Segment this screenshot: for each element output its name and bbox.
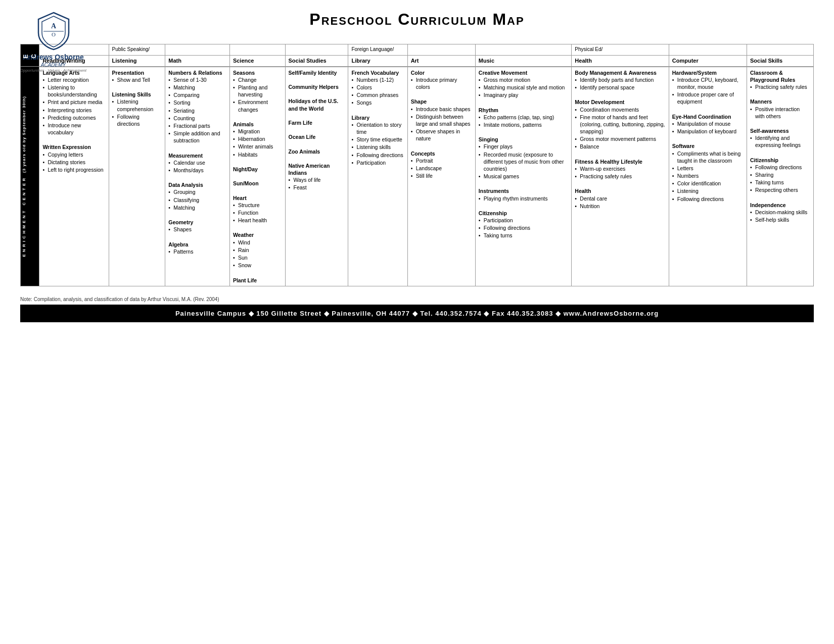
list-item: Sun — [233, 254, 282, 261]
list-item: Comparing — [168, 91, 226, 98]
list-item: Calendar use — [168, 159, 226, 166]
social-super — [285, 44, 348, 56]
geometry-title: Geometry — [168, 219, 193, 225]
health-title: Health — [575, 188, 591, 194]
school-logo-icon: A O — [36, 10, 71, 51]
list-item: Introduce primary colors — [411, 76, 472, 90]
list-item: Environment changes — [233, 98, 282, 113]
library-items: Orientation to story time Story time eti… — [351, 121, 404, 166]
list-item: Gross motor movement patterns — [575, 135, 665, 142]
sunmoon-title: Sun/Moon — [233, 180, 259, 186]
computer-content: Hardware/System Introduce CPU, keyboard,… — [669, 67, 747, 286]
computer-header: Computer — [669, 55, 747, 66]
manners-title: Manners — [750, 98, 772, 105]
list-item: Warm-up exercises — [575, 165, 665, 172]
list-item: Matching — [168, 204, 226, 211]
school-name-line2: ACADEMY — [20, 62, 86, 68]
list-item: Colors — [351, 84, 404, 91]
list-item: Taking turns — [750, 179, 810, 186]
self-awareness-title: Self-awareness — [750, 128, 789, 134]
heart-title: Heart — [233, 195, 247, 201]
list-item: Patterns — [168, 248, 226, 255]
list-item: Gross motor motion — [479, 76, 568, 83]
list-item: Color identification — [672, 180, 744, 187]
list-item: Interpreting stories — [42, 107, 105, 114]
list-item: Practicing safety rules — [575, 173, 665, 180]
math-super — [165, 44, 230, 56]
classroom-rules-title: Classroom & Playground Rules — [750, 70, 795, 83]
list-item: Planting and harvesting — [233, 84, 282, 98]
list-item: Orientation to story time — [351, 121, 404, 135]
reading-items: Letter recognition Listening to books/un… — [42, 76, 105, 136]
science-super — [229, 44, 285, 56]
list-item: Habitats — [233, 151, 282, 158]
list-item: Dental care — [575, 195, 665, 202]
math-title: Numbers & Relations — [168, 70, 222, 76]
manners-items: Positive interaction with others — [750, 106, 810, 120]
music-header: Music — [475, 55, 571, 66]
data-analysis-items: Grouping Classifying Matching — [168, 188, 226, 211]
list-item: Still life — [411, 172, 472, 179]
list-item: Introduce CPU, keyboard, monitor, mouse — [672, 76, 744, 90]
list-item: Counting — [168, 115, 226, 122]
list-item: Following directions — [112, 113, 162, 127]
list-item: Listening — [672, 187, 744, 194]
list-item: Portrait — [411, 157, 472, 164]
eye-hand-title: Eye-Hand Coordination — [672, 114, 731, 120]
list-item: Wind — [233, 239, 282, 246]
list-item: Numbers — [672, 172, 744, 179]
list-item: Grouping — [168, 188, 226, 195]
music-content: Creative Movement Gross motor motion Mat… — [475, 67, 571, 286]
body-items: Identify body parts and function Identif… — [575, 76, 665, 91]
list-item: Introduce proper care of equipment — [672, 91, 744, 105]
list-item: Shapes — [168, 226, 226, 233]
list-item: Letter recognition — [42, 76, 105, 83]
list-item: Simple addition and subtraction — [168, 130, 226, 144]
list-item: Sense of 1-30 — [168, 76, 226, 83]
listening-header: Listening — [109, 55, 165, 66]
social-content: Self/Family Identity Community Helpers H… — [285, 67, 348, 286]
presentation-title: Presentation — [112, 70, 145, 76]
list-item: Nutrition — [575, 203, 665, 210]
foreign-content: French Vocabulary Numbers (1-12) Colors … — [348, 67, 407, 286]
list-item: Predicting outcomes — [42, 114, 105, 121]
eye-hand-items: Manipulation of mouse Manipulation of ke… — [672, 120, 744, 135]
color-items: Introduce primary colors — [411, 76, 472, 90]
color-title: Color — [411, 70, 425, 76]
presentation-items: Show and Tell — [112, 76, 162, 83]
list-item: Distinguish between large and small shap… — [411, 113, 472, 127]
list-item: Migration — [233, 128, 282, 135]
weather-title: Weather — [233, 232, 254, 238]
list-item: Matching musical style and motion — [479, 84, 568, 91]
list-item: Months/days — [168, 167, 226, 174]
native-items: Ways of life Feast — [289, 176, 345, 191]
rhythm-items: Echo patterns (clap, tap, sing) Imitate … — [479, 114, 568, 128]
citizenship-items: Following directions Sharing Taking turn… — [750, 164, 810, 194]
science-content: Seasons Change Planting and harvesting E… — [229, 67, 285, 286]
software-title: Software — [672, 143, 694, 149]
page-title: Preschool Curriculum Map — [309, 10, 524, 29]
shape-items: Introduce basic shapes Distinguish betwe… — [411, 106, 472, 142]
music-citizenship-title: Citizenship — [479, 210, 507, 216]
list-item: Function — [233, 209, 282, 216]
math-content: Numbers & Relations Sense of 1-30 Matchi… — [165, 67, 230, 286]
list-item: Self-help skills — [750, 216, 810, 223]
classroom-items: Practicing safety rules — [750, 83, 810, 90]
list-item: Imaginary play — [479, 91, 568, 98]
footer-address: Painesville Campus ◆ 150 Gillette Street… — [175, 310, 659, 317]
self-family-title: Self/Family Identity — [289, 70, 337, 76]
community-title: Community Helpers — [289, 84, 339, 90]
footer-bar: Painesville Campus ◆ 150 Gillette Street… — [20, 305, 814, 322]
list-item: Positive interaction with others — [750, 106, 810, 120]
data-analysis-title: Data Analysis — [168, 182, 203, 188]
animals-items: Migration Hibernation Winter animals Hab… — [233, 128, 282, 158]
weather-items: Wind Rain Sun Snow — [233, 239, 282, 269]
farm-title: Farm Life — [289, 120, 312, 126]
social-skills-content: Classroom & Playground Rules Practicing … — [747, 67, 814, 286]
list-item: Playing rhythm instruments — [479, 195, 568, 202]
computer-super — [669, 44, 747, 56]
list-item: Feast — [289, 184, 345, 191]
library-title: Library — [351, 115, 369, 121]
measurement-title: Measurement — [168, 153, 203, 159]
list-item: Hibernation — [233, 135, 282, 142]
